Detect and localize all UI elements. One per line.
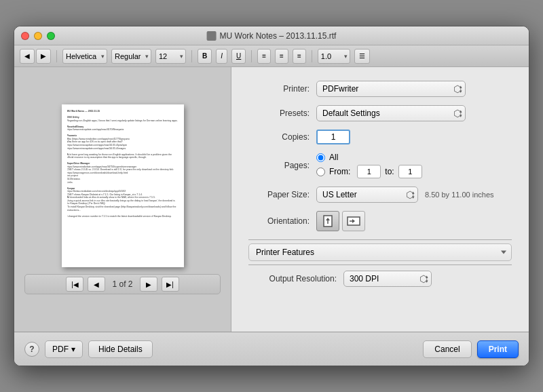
- main-content: MU Work Notes — 2013.11.15 OSX Utility R…: [14, 67, 529, 332]
- printer-row: Printer: PDFwriter ▴ ▾: [248, 81, 512, 97]
- font-style-wrapper[interactable]: Regular: [111, 49, 151, 64]
- pagination-bar: |◀ ◀ 1 of 2 ▶ ▶|: [24, 274, 221, 294]
- printer-select-wrapper[interactable]: PDFwriter ▴ ▾: [316, 81, 466, 97]
- output-resolution-row: Output Resolution: 300 DPI ▴ ▾: [248, 271, 512, 287]
- align-right-button[interactable]: ≡: [293, 49, 306, 64]
- next-page-button[interactable]: ▶: [140, 277, 157, 292]
- paper-size-row: Paper Size: US Letter ▴ ▾ 8.50 by 11.00 …: [248, 187, 512, 203]
- pdf-arrow: ▾: [71, 345, 75, 354]
- copies-row: Copies:: [248, 130, 512, 144]
- page-preview: MU Work Notes — 2013.11.15 OSX Utility R…: [62, 104, 184, 267]
- settings-area: Printer: PDFwriter ▴ ▾ Presets:: [231, 67, 529, 332]
- underline-button[interactable]: U: [231, 49, 246, 64]
- copies-input[interactable]: [316, 130, 350, 144]
- font-size-wrapper[interactable]: 12: [155, 49, 186, 64]
- all-pages-label: All: [329, 153, 338, 162]
- pages-radio-group: All From: to:: [316, 153, 422, 178]
- close-button[interactable]: [21, 32, 29, 40]
- pages-row: Pages: All From: to:: [248, 153, 512, 178]
- page-range: to:: [357, 165, 422, 178]
- nav-group: ◀ ▶: [20, 49, 51, 64]
- to-page-input[interactable]: [398, 165, 422, 178]
- orientation-row: Orientation:: [248, 211, 512, 231]
- preview-area: MU Work Notes — 2013.11.15 OSX Utility R…: [14, 67, 231, 332]
- paper-size-select-wrapper[interactable]: US Letter ▴ ▾: [316, 187, 418, 203]
- portrait-button[interactable]: [316, 211, 339, 231]
- help-button[interactable]: ?: [24, 342, 39, 357]
- paper-size-info: 8.50 by 11.00 inches: [425, 191, 494, 199]
- presets-row: Presets: Default Settings ▴ ▾: [248, 105, 512, 121]
- to-label: to:: [385, 167, 394, 176]
- output-resolution-label: Output Resolution:: [248, 274, 337, 283]
- toolbar-separator-3: [251, 50, 252, 62]
- toolbar-separator-4: [312, 50, 312, 62]
- title-bar: MU Work Notes – 2013.11.15.rtf: [14, 26, 529, 45]
- font-size-select[interactable]: 12: [155, 49, 186, 64]
- portrait-icon: [323, 215, 333, 227]
- window-title: MU Work Notes – 2013.11.15.rtf: [207, 31, 337, 41]
- printer-control: PDFwriter ▴ ▾: [316, 81, 512, 97]
- print-dialog: MU Work Notes – 2013.11.15.rtf ◀ ▶ Helve…: [14, 26, 529, 366]
- page-info: 1 of 2: [112, 279, 132, 289]
- paper-size-control: US Letter ▴ ▾ 8.50 by 11.00 inches: [316, 187, 512, 203]
- landscape-icon: [347, 216, 360, 226]
- italic-button[interactable]: I: [216, 49, 227, 64]
- copies-control: [316, 130, 512, 144]
- bottom-bar: ? PDF ▾ Hide Details Cancel Print: [14, 332, 529, 366]
- minimize-button[interactable]: [34, 32, 42, 40]
- orientation-options: [316, 211, 365, 231]
- font-family-select[interactable]: Helvetica: [62, 49, 107, 64]
- preview-content: MU Work Notes — 2013.11.15 OSX Utility R…: [67, 110, 179, 262]
- output-resolution-select-wrapper[interactable]: 300 DPI ▴ ▾: [343, 271, 432, 287]
- presets-label: Presets:: [248, 109, 310, 118]
- list-button[interactable]: ☰: [354, 49, 370, 64]
- presets-select-wrapper[interactable]: Default Settings ▴ ▾: [316, 105, 466, 121]
- output-resolution-select[interactable]: 300 DPI: [343, 271, 432, 287]
- line-spacing-select[interactable]: 1.0: [318, 49, 350, 64]
- orientation-control: [316, 211, 512, 231]
- copies-label: Copies:: [248, 132, 310, 142]
- presets-select[interactable]: Default Settings: [316, 105, 466, 121]
- align-center-button[interactable]: ≡: [275, 49, 288, 64]
- printer-select[interactable]: PDFwriter: [316, 81, 466, 97]
- last-page-button[interactable]: ▶|: [162, 277, 179, 292]
- bold-button[interactable]: B: [198, 49, 212, 64]
- maximize-button[interactable]: [47, 32, 55, 40]
- hide-details-button[interactable]: Hide Details: [88, 340, 153, 358]
- section-select-wrapper[interactable]: Printer Features: [248, 243, 512, 261]
- document-icon: [207, 31, 217, 41]
- section-select[interactable]: Printer Features: [248, 243, 512, 261]
- font-family-wrapper[interactable]: Helvetica: [62, 49, 107, 64]
- traffic-lights: [21, 32, 55, 40]
- line-spacing-wrapper[interactable]: 1.0: [318, 49, 350, 64]
- paper-size-select[interactable]: US Letter: [316, 187, 418, 203]
- printer-label: Printer:: [248, 84, 310, 94]
- font-style-select[interactable]: Regular: [111, 49, 151, 64]
- toolbar-separator-2: [191, 50, 192, 62]
- toolbar: ◀ ▶ Helvetica Regular 12 B I U ≡ ≡ ≡: [14, 45, 529, 67]
- pdf-label: PDF: [52, 345, 69, 354]
- section-separator: Printer Features: [248, 239, 512, 265]
- pages-control: All From: to:: [316, 153, 512, 178]
- presets-control: Default Settings ▴ ▾: [316, 105, 512, 121]
- print-button[interactable]: Print: [477, 340, 519, 358]
- range-pages-row: From: to:: [316, 165, 422, 178]
- pdf-button[interactable]: PDF ▾: [45, 340, 83, 358]
- range-pages-radio[interactable]: [316, 168, 325, 176]
- landscape-button[interactable]: [342, 211, 365, 231]
- nav-prev-button[interactable]: ◀: [20, 49, 35, 64]
- align-left-button[interactable]: ≡: [257, 49, 271, 64]
- orientation-label: Orientation:: [248, 216, 310, 226]
- from-label: From:: [329, 167, 350, 176]
- all-pages-radio[interactable]: [316, 153, 325, 162]
- cancel-button[interactable]: Cancel: [423, 340, 471, 358]
- paper-size-label: Paper Size:: [248, 190, 310, 199]
- nav-next-button[interactable]: ▶: [36, 49, 51, 64]
- prev-page-button[interactable]: ◀: [88, 277, 105, 292]
- first-page-button[interactable]: |◀: [66, 277, 83, 292]
- from-page-input[interactable]: [357, 165, 381, 178]
- toolbar-separator-1: [56, 50, 57, 62]
- pages-label: Pages:: [248, 161, 310, 170]
- output-resolution-control: 300 DPI ▴ ▾: [343, 271, 512, 287]
- all-pages-row: All: [316, 153, 422, 162]
